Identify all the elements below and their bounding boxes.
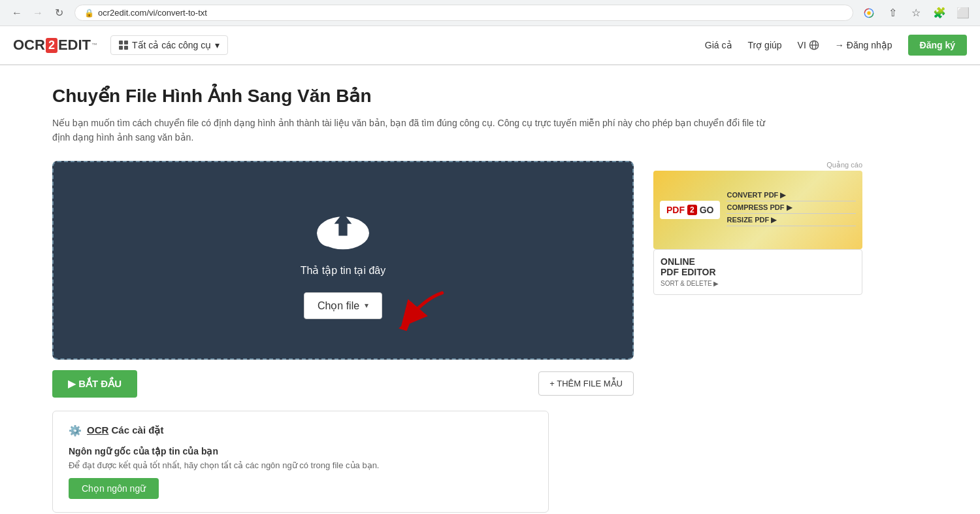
- page-title: Chuyển File Hình Ảnh Sang Văn Bản: [52, 85, 862, 107]
- ad-content: CONVERT PDF ▶ COMPRESS PDF ▶ RESIZE PDF …: [727, 191, 856, 228]
- ocr-settings-panel: ⚙️ OCR Các cài đặt Ngôn ngữ gốc của tập …: [52, 411, 549, 513]
- ocr-text: OCR: [87, 424, 108, 436]
- svg-point-6: [318, 222, 342, 247]
- navbar: OCR 2 EDIT ™ Tất cả các công cụ ▾ Giá cả…: [0, 26, 980, 65]
- share-icon[interactable]: ⇧: [883, 4, 902, 22]
- ad-bottom: ONLINEPDF EDITORSORT & DELETE ▶: [653, 249, 862, 295]
- drop-text: Thả tập tin tại đây: [301, 264, 386, 277]
- language-button[interactable]: VI: [798, 40, 819, 50]
- ocr-settings-text: Các cài đặt: [112, 424, 164, 436]
- start-button[interactable]: ▶ BẮT ĐẦU: [52, 370, 137, 398]
- login-button[interactable]: → Đăng nhập: [835, 40, 892, 50]
- page-description: Nếu bạn muốn tìm cách chuyển file có địn…: [52, 116, 771, 145]
- content-wrapper: Thả tập tin tại đây Chọn file ▾: [52, 161, 862, 513]
- svg-point-7: [345, 224, 365, 243]
- google-icon[interactable]: [860, 4, 878, 22]
- logo-2: 2: [46, 38, 57, 53]
- forward-button[interactable]: →: [29, 4, 47, 22]
- arrow-annotation: [382, 286, 448, 338]
- choose-file-button[interactable]: Chọn file ▾: [304, 292, 382, 319]
- source-lang-desc: Để đạt được kết quả tốt nhất, hãy chọn t…: [69, 460, 532, 470]
- cloud-upload-icon: [310, 201, 376, 254]
- logo[interactable]: OCR 2 EDIT ™: [13, 37, 97, 54]
- ad-banner[interactable]: PDF 2 GO CONVERT PDF ▶ COMPRESS PDF ▶ RE…: [653, 171, 862, 249]
- ad-label: Quảng cáo: [653, 161, 862, 169]
- grid-icon: [119, 41, 128, 50]
- main-column: Thả tập tin tại đây Chọn file ▾: [52, 161, 634, 513]
- source-lang-title: Ngôn ngữ gốc của tập tin của bạn: [69, 446, 532, 456]
- reload-button[interactable]: ↻: [50, 4, 68, 22]
- back-button[interactable]: ←: [8, 4, 26, 22]
- navbar-links: Giá cả Trợ giúp VI → Đăng nhập Đăng ký: [705, 35, 967, 56]
- login-arrow-icon: →: [835, 40, 844, 50]
- maximize-icon[interactable]: ⬜: [954, 4, 972, 22]
- tools-menu-button[interactable]: Tất cả các công cụ ▾: [110, 35, 228, 55]
- browser-actions: ⇧ ☆ 🧩 ⬜: [860, 4, 972, 22]
- chevron-down-icon: ▾: [365, 301, 368, 310]
- ad-logo: PDF 2 GO: [660, 201, 720, 219]
- help-link[interactable]: Trợ giúp: [748, 40, 782, 50]
- globe-icon: [809, 40, 819, 50]
- address-bar[interactable]: 🔒 ocr2edit.com/vi/convert-to-txt: [74, 5, 853, 21]
- logo-edit: EDIT: [58, 37, 91, 54]
- lang-select-button[interactable]: Chọn ngôn ngữ: [69, 478, 159, 499]
- svg-point-1: [867, 11, 870, 14]
- login-label: Đăng nhập: [847, 40, 892, 50]
- settings-icon: ⚙️: [69, 424, 82, 437]
- logo-ocr: OCR: [13, 37, 45, 54]
- logo-tm: ™: [91, 42, 97, 48]
- side-column: Quảng cáo PDF 2 GO CONVERT PDF ▶ COMPRES…: [653, 161, 862, 513]
- ocr-settings-header: ⚙️ OCR Các cài đặt: [69, 424, 532, 437]
- signup-button[interactable]: Đăng ký: [908, 35, 967, 56]
- choose-file-label: Chọn file: [318, 300, 359, 312]
- page: OCR 2 EDIT ™ Tất cả các công cụ ▾ Giá cả…: [0, 26, 980, 514]
- url-text: ocr2edit.com/vi/convert-to-txt: [98, 8, 207, 18]
- add-sample-button[interactable]: + THÊM FILE MẪU: [538, 371, 634, 396]
- lang-label: VI: [798, 40, 806, 50]
- upload-area[interactable]: Thả tập tin tại đây Chọn file ▾: [52, 161, 634, 360]
- extension-icon[interactable]: 🧩: [930, 4, 949, 22]
- nav-buttons: ← → ↻: [8, 4, 68, 22]
- choose-file-row: Chọn file ▾: [304, 292, 382, 319]
- action-row: ▶ BẮT ĐẦU + THÊM FILE MẪU: [52, 370, 634, 398]
- chevron-down-icon: ▾: [215, 40, 220, 50]
- browser-chrome: ← → ↻ 🔒 ocr2edit.com/vi/convert-to-txt ⇧…: [0, 0, 980, 26]
- lock-icon: 🔒: [84, 9, 94, 18]
- star-icon[interactable]: ☆: [907, 4, 925, 22]
- tools-menu-label: Tất cả các công cụ: [132, 40, 211, 50]
- main-content: Chuyển File Hình Ảnh Sang Văn Bản Nếu bạ…: [0, 65, 915, 514]
- ocr-settings-label: OCR Các cài đặt: [87, 424, 163, 436]
- price-link[interactable]: Giá cả: [705, 40, 732, 50]
- svg-marker-11: [399, 317, 412, 331]
